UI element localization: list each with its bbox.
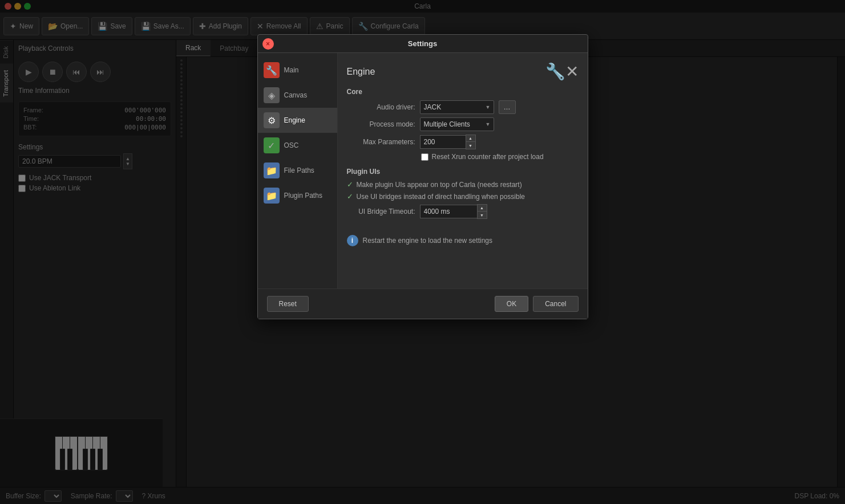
plugin-uis-section-header: Plugin UIs xyxy=(347,168,579,176)
ui-bridge-timeout-label: UI Bridge Timeout: xyxy=(347,208,415,216)
ui-bridge-timeout-up[interactable]: ▲ xyxy=(478,205,487,212)
process-mode-row: Process mode: Multiple Clients Single Cl… xyxy=(347,117,579,131)
audio-driver-row: Audio driver: JACK PulseAudio ALSA … xyxy=(347,100,579,114)
main-nav-icon: 🔧 xyxy=(264,62,280,78)
modal-title: Settings xyxy=(408,39,437,48)
max-parameters-down[interactable]: ▼ xyxy=(466,142,475,149)
ui-bridge-timeout-spinbox: ▲ ▼ xyxy=(420,204,487,219)
settings-modal: × Settings 🔧 Main ◈ Canvas ⚙ Engine xyxy=(257,34,588,319)
modal-header: × Settings xyxy=(258,35,588,53)
footer-right-buttons: OK Cancel xyxy=(495,296,579,312)
max-parameters-up[interactable]: ▲ xyxy=(466,135,475,142)
modal-content: Engine 🔧✕ Core Audio driver: JACK PulseA… xyxy=(338,53,588,288)
process-mode-label: Process mode: xyxy=(347,120,415,128)
max-parameters-label: Max Parameters: xyxy=(347,138,415,146)
modal-footer: Reset OK Cancel xyxy=(258,288,588,319)
reset-button[interactable]: Reset xyxy=(267,296,309,312)
nav-item-main[interactable]: 🔧 Main xyxy=(258,58,337,83)
max-parameters-spinbox: ▲ ▼ xyxy=(420,135,476,149)
nav-item-osc[interactable]: ✓ OSC xyxy=(258,133,337,158)
nav-item-engine[interactable]: ⚙ Engine xyxy=(258,108,337,133)
max-parameters-input[interactable] xyxy=(420,135,466,149)
ui-bridge-timeout-down[interactable]: ▼ xyxy=(478,212,487,218)
canvas-nav-icon: ◈ xyxy=(264,87,280,103)
modal-close-button[interactable]: × xyxy=(262,38,274,50)
info-text: Restart the engine to load the new setti… xyxy=(363,237,492,245)
ui-bridge-timeout-input[interactable] xyxy=(420,205,477,218)
core-section-header: Core xyxy=(347,88,579,96)
process-mode-select[interactable]: Multiple Clients Single Client Patchbay xyxy=(420,117,494,131)
info-icon: i xyxy=(347,235,358,246)
nav-item-canvas[interactable]: ◈ Canvas xyxy=(258,83,337,108)
modal-overlay: × Settings 🔧 Main ◈ Canvas ⚙ Engine xyxy=(0,0,845,504)
file-paths-nav-icon: 📁 xyxy=(264,162,280,178)
reset-xrun-label: Reset Xrun counter after project load xyxy=(432,153,544,161)
plugin-ui-check-2: ✓ Use UI bridges instead of direct handl… xyxy=(347,192,579,201)
plugin-paths-nav-icon: 📁 xyxy=(264,188,280,204)
cancel-button[interactable]: Cancel xyxy=(533,296,578,312)
check1-mark: ✓ xyxy=(347,180,353,189)
audio-driver-select[interactable]: JACK PulseAudio ALSA xyxy=(420,100,494,114)
engine-content-title: Engine 🔧✕ xyxy=(347,62,579,81)
modal-body: 🔧 Main ◈ Canvas ⚙ Engine ✓ OSC 📁 Fil xyxy=(258,53,588,288)
modal-nav: 🔧 Main ◈ Canvas ⚙ Engine ✓ OSC 📁 Fil xyxy=(258,53,338,288)
reset-xrun-row: Reset Xrun counter after project load xyxy=(421,153,579,161)
osc-nav-icon: ✓ xyxy=(264,137,280,153)
tools-icon: 🔧✕ xyxy=(545,62,579,81)
audio-driver-extra-button[interactable]: … xyxy=(499,100,516,114)
check2-mark: ✓ xyxy=(347,192,353,201)
nav-item-file-paths[interactable]: 📁 File Paths xyxy=(258,158,337,183)
plugin-ui-check-1: ✓ Make plugin UIs appear on top of Carla… xyxy=(347,180,579,189)
process-mode-select-wrapper: Multiple Clients Single Client Patchbay xyxy=(420,117,494,131)
audio-driver-label: Audio driver: xyxy=(347,103,415,111)
max-parameters-row: Max Parameters: ▲ ▼ xyxy=(347,135,579,149)
reset-xrun-checkbox[interactable] xyxy=(421,153,428,161)
audio-driver-select-wrapper: JACK PulseAudio ALSA xyxy=(420,100,494,114)
ui-bridge-timeout-row: UI Bridge Timeout: ▲ ▼ xyxy=(347,204,579,219)
info-banner: i Restart the engine to load the new set… xyxy=(347,230,579,251)
ok-button[interactable]: OK xyxy=(495,296,528,312)
engine-nav-icon: ⚙ xyxy=(264,112,280,128)
nav-item-plugin-paths[interactable]: 📁 Plugin Paths xyxy=(258,183,337,208)
